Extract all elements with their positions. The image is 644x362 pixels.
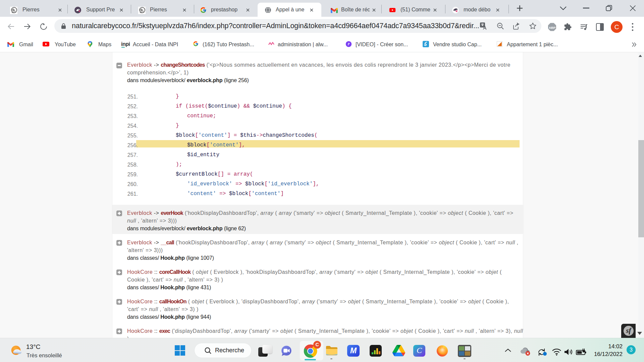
- svg-text:ABP: ABP: [549, 26, 556, 29]
- svg-text:P: P: [348, 43, 350, 46]
